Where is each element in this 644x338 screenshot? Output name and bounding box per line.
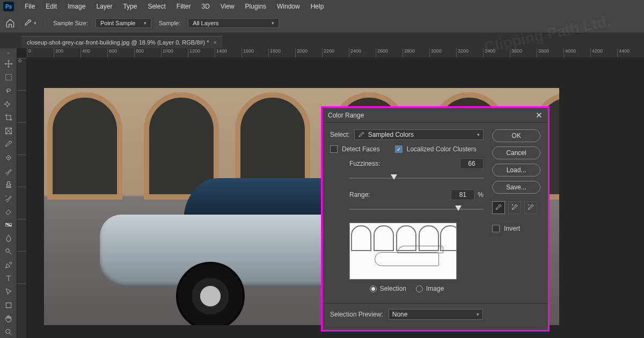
healing-tool[interactable]	[1, 151, 16, 164]
eraser-tool[interactable]	[1, 205, 16, 217]
menu-layer[interactable]: Layer	[91, 1, 118, 12]
document-title: closeup-shot-grey-car-front-building.jpg…	[27, 39, 209, 46]
pen-tool[interactable]	[1, 259, 16, 271]
localized-label: Localized Color Clusters	[407, 145, 477, 153]
range-label: Range:	[349, 191, 370, 199]
dialog-title: Color Range	[328, 112, 364, 119]
quick-select-tool[interactable]	[1, 98, 16, 110]
range-slider[interactable]	[349, 205, 484, 209]
ruler-vertical[interactable]: 0	[17, 58, 27, 338]
save-button[interactable]: Save...	[492, 181, 540, 194]
cancel-button[interactable]: Cancel	[492, 146, 540, 159]
ruler-horizontal[interactable]: 0200400600800100012001400160018002000220…	[27, 48, 644, 58]
image-radio[interactable]	[416, 285, 423, 292]
shape-tool[interactable]	[1, 299, 16, 311]
invert-label: Invert	[504, 225, 520, 232]
menu-window[interactable]: Window	[272, 1, 305, 12]
close-icon[interactable]: ✕	[536, 111, 543, 120]
home-icon[interactable]	[5, 18, 16, 28]
dialog-titlebar[interactable]: Color Range ✕	[323, 108, 548, 123]
selection-radio[interactable]	[370, 285, 377, 292]
image-radio-label: Image	[426, 285, 444, 292]
eyedropper-add-icon[interactable]	[508, 201, 521, 214]
gradient-tool[interactable]	[1, 218, 16, 231]
eyedropper-tool[interactable]	[1, 138, 16, 150]
close-icon[interactable]: ×	[214, 39, 217, 46]
menu-view[interactable]: View	[215, 1, 240, 12]
marquee-tool[interactable]	[1, 71, 16, 83]
menu-file[interactable]: File	[19, 1, 40, 12]
app-logo: Ps	[3, 2, 14, 11]
svg-point-5	[5, 248, 9, 252]
dodge-tool[interactable]	[1, 245, 16, 258]
type-tool[interactable]	[1, 272, 16, 284]
frame-tool[interactable]	[1, 124, 16, 137]
menu-help[interactable]: Help	[305, 1, 330, 12]
fuzziness-input[interactable]: 66	[460, 158, 484, 169]
select-label: Select:	[330, 131, 350, 138]
sample-label: Sample:	[159, 20, 180, 26]
menu-edit[interactable]: Edit	[40, 1, 62, 12]
color-range-dialog: Color Range ✕ Select: Sampled Colors ▾ D…	[321, 106, 550, 332]
svg-point-7	[5, 329, 10, 333]
selection-preview-select[interactable]: None▾	[389, 309, 483, 320]
eyedropper-sample-icon[interactable]	[492, 201, 505, 214]
options-bar: ▾ | Sample Size: Point Sample▾ Sample: A…	[0, 13, 644, 33]
zoom-tool[interactable]	[1, 326, 16, 338]
menu-3d[interactable]: 3D	[196, 1, 215, 12]
fuzziness-label: Fuzziness:	[349, 160, 380, 167]
svg-point-3	[8, 157, 9, 158]
eyedropper-subtract-icon[interactable]	[524, 201, 537, 214]
hand-tool[interactable]	[1, 312, 16, 325]
preview-thumbnail[interactable]	[349, 223, 457, 280]
eyedropper-icon[interactable]: ▾	[24, 18, 36, 28]
range-input[interactable]: 81	[451, 189, 474, 200]
blur-tool[interactable]	[1, 232, 16, 244]
menu-bar: Ps File Edit Image Layer Type Select Fil…	[0, 0, 644, 13]
svg-rect-6	[6, 303, 11, 307]
expand-icon[interactable]: »	[1, 49, 16, 56]
load-button[interactable]: Load...	[492, 164, 540, 177]
select-dropdown[interactable]: Sampled Colors ▾	[354, 129, 484, 140]
history-brush-tool[interactable]	[1, 192, 16, 204]
menu-image[interactable]: Image	[62, 1, 91, 12]
move-tool[interactable]	[1, 57, 16, 70]
sample-size-label: Sample Size:	[53, 20, 88, 26]
document-tab[interactable]: closeup-shot-grey-car-front-building.jpg…	[21, 36, 222, 48]
menu-plugins[interactable]: Plugins	[240, 1, 272, 12]
localized-checkbox[interactable]: ✓	[395, 145, 402, 153]
ok-button[interactable]: OK	[492, 129, 540, 142]
menu-type[interactable]: Type	[118, 1, 142, 12]
svg-rect-0	[5, 75, 11, 80]
document-tab-bar: closeup-shot-grey-car-front-building.jpg…	[0, 33, 644, 48]
lasso-tool[interactable]	[1, 84, 16, 97]
selection-preview-label: Selection Preview:	[330, 311, 383, 318]
selection-radio-label: Selection	[380, 285, 406, 292]
stamp-tool[interactable]	[1, 178, 16, 190]
tool-panel: »	[0, 48, 17, 338]
sample-select[interactable]: All Layers▾	[188, 18, 279, 28]
menu-select[interactable]: Select	[142, 1, 171, 12]
brush-tool[interactable]	[1, 165, 16, 177]
fuzziness-slider[interactable]	[349, 174, 484, 178]
range-unit: %	[478, 191, 484, 199]
invert-checkbox[interactable]	[492, 225, 500, 232]
sample-size-select[interactable]: Point Sample▾	[96, 18, 151, 28]
menu-filter[interactable]: Filter	[171, 1, 196, 12]
path-select-tool[interactable]	[1, 285, 16, 298]
detect-faces-checkbox[interactable]	[330, 145, 338, 153]
crop-tool[interactable]	[1, 111, 16, 123]
detect-faces-label: Detect Faces	[342, 145, 380, 153]
